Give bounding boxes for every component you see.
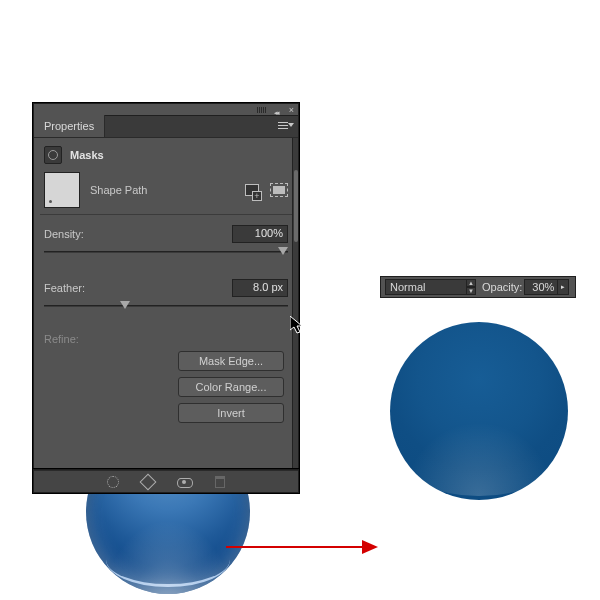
masks-section-icon [44,146,62,164]
opacity-flyout-icon[interactable]: ▸ [557,279,569,295]
delete-mask-icon[interactable] [215,476,225,488]
density-value[interactable]: 100% [232,225,288,243]
panel-body: Masks Shape Path Density: 100% Feather: [34,138,298,470]
blend-mode-stepper[interactable]: ▲ ▼ [466,279,476,295]
feather-label: Feather: [44,282,85,294]
divider [40,214,292,215]
blend-mode-value: Normal [390,281,425,293]
panel-menu-icon[interactable] [278,120,292,132]
collapse-panel-icon[interactable] [274,105,282,113]
sphere-highlight [106,532,231,588]
properties-panel: × Properties Masks Shape Path Density: 1… [34,104,298,492]
refine-label: Refine: [44,333,288,345]
toggle-mask-visibility-icon[interactable] [177,475,191,489]
sphere-preview-right [390,322,568,500]
panel-grip[interactable] [257,107,266,113]
density-label: Density: [44,228,84,240]
arrow-indicator [226,540,378,554]
panel-footer [34,470,298,492]
apply-mask-icon[interactable] [141,475,155,489]
panel-tabbar: Properties [34,116,298,138]
blend-mode-select[interactable]: Normal [385,279,467,295]
masks-section-title: Masks [70,149,104,161]
feather-control: Feather: 8.0 px [44,279,288,315]
panel-scrollbar[interactable] [292,138,298,470]
blend-opacity-toolbar: Normal ▲ ▼ Opacity: 30% ▸ [380,276,576,298]
mask-edge-button[interactable]: Mask Edge... [178,351,284,371]
select-pixel-mask-icon[interactable] [270,183,288,197]
feather-value[interactable]: 8.0 px [232,279,288,297]
color-range-button[interactable]: Color Range... [178,377,284,397]
add-mask-icon[interactable] [244,183,260,197]
feather-slider[interactable] [44,301,288,315]
opacity-label: Opacity: [482,281,522,293]
mask-thumbnail[interactable] [44,172,80,208]
mask-kind-label: Shape Path [90,184,234,196]
close-icon[interactable]: × [289,105,294,115]
opacity-value[interactable]: 30% [524,279,558,295]
invert-button[interactable]: Invert [178,403,284,423]
chevron-up-icon[interactable]: ▲ [466,279,476,287]
panel-scroll-thumb[interactable] [294,170,298,242]
tab-properties[interactable]: Properties [34,115,105,137]
density-control: Density: 100% [44,225,288,261]
chevron-down-icon[interactable]: ▼ [466,287,476,295]
load-selection-icon[interactable] [107,476,119,488]
density-slider[interactable] [44,247,288,261]
